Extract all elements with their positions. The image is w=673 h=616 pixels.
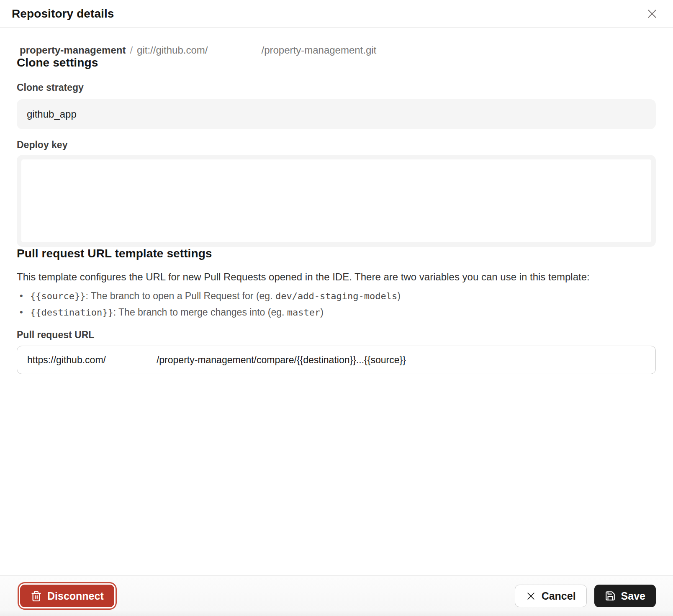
breadcrumb-separator: / — [130, 44, 133, 56]
cancel-x-icon — [526, 591, 536, 601]
breadcrumb-repo-name: property-management — [20, 44, 126, 56]
breadcrumb-git-url-prefix: git://github.com/ — [137, 44, 208, 56]
pull-request-url-prefix: https://github.com/ — [27, 354, 106, 366]
deploy-key-label: Deploy key — [17, 139, 656, 151]
save-floppy-icon — [605, 590, 616, 601]
source-variable-suffix: ) — [397, 290, 401, 301]
save-button[interactable]: Save — [594, 585, 656, 607]
destination-variable-code: {{destination}} — [30, 307, 113, 318]
close-button[interactable] — [644, 5, 660, 22]
clone-strategy-value: github_app — [27, 108, 77, 120]
page-title: Repository details — [12, 7, 114, 21]
pull-request-url-label: Pull request URL — [17, 329, 656, 341]
source-variable-text: : The branch to open a Pull Request for … — [85, 290, 275, 301]
template-variable-list: {{source}}: The branch to open a Pull Re… — [17, 290, 656, 318]
pull-request-url-suffix: /property-management/compare/{{destinati… — [157, 354, 406, 366]
breadcrumb-git-url-suffix: /property-management.git — [261, 44, 376, 56]
cancel-button[interactable]: Cancel — [515, 585, 587, 607]
clone-strategy-label: Clone strategy — [17, 82, 656, 93]
pull-request-url-input[interactable]: https://github.com/ /property-management… — [17, 346, 656, 374]
modal-header: Repository details — [0, 0, 673, 28]
breadcrumb: property-management / git://github.com/ … — [17, 44, 656, 56]
modal-body: property-management / git://github.com/ … — [0, 28, 673, 575]
list-item: {{source}}: The branch to open a Pull Re… — [17, 290, 656, 302]
trash-icon — [31, 590, 42, 602]
destination-variable-example: master — [287, 307, 320, 318]
save-button-label: Save — [621, 590, 645, 602]
deploy-key-input[interactable] — [21, 159, 651, 242]
footer-action-group: Cancel Save — [515, 585, 656, 607]
clone-settings-heading: Clone settings — [17, 56, 656, 69]
pr-template-heading: Pull request URL template settings — [17, 247, 656, 260]
clone-strategy-field: github_app — [17, 99, 656, 129]
source-variable-code: {{source}} — [30, 291, 85, 301]
close-icon — [646, 8, 658, 20]
source-variable-example: dev/add-staging-models — [275, 291, 397, 301]
disconnect-button[interactable]: Disconnect — [20, 585, 114, 607]
disconnect-button-label: Disconnect — [47, 590, 104, 602]
pr-template-description: This template configures the URL for new… — [17, 270, 656, 284]
destination-variable-text: : The branch to merge changes into (eg. — [113, 307, 287, 318]
destination-variable-suffix: ) — [320, 307, 324, 318]
deploy-key-field-wrapper — [17, 155, 656, 247]
cancel-button-label: Cancel — [542, 590, 576, 602]
list-item: {{destination}}: The branch to merge cha… — [17, 306, 656, 318]
modal-footer: Disconnect Cancel Save — [0, 575, 673, 616]
